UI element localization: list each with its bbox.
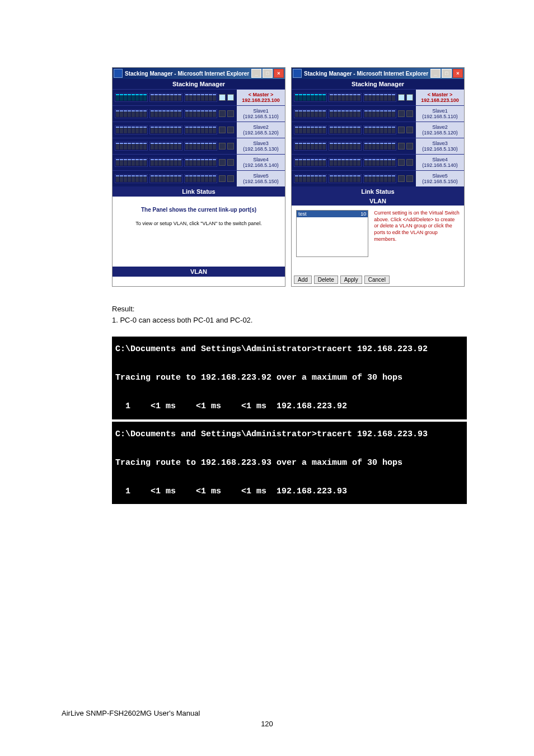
port[interactable] xyxy=(205,127,208,133)
port[interactable] xyxy=(318,159,322,166)
port[interactable] xyxy=(154,143,158,150)
port[interactable] xyxy=(345,127,349,133)
port[interactable] xyxy=(315,159,318,166)
port[interactable] xyxy=(341,110,345,117)
switch-panel[interactable] xyxy=(292,106,415,122)
port[interactable] xyxy=(295,143,298,150)
port[interactable] xyxy=(139,175,143,182)
port[interactable] xyxy=(166,175,170,182)
port[interactable] xyxy=(201,175,204,182)
port[interactable] xyxy=(388,94,391,101)
port[interactable] xyxy=(151,159,154,166)
port[interactable] xyxy=(166,127,170,133)
port[interactable] xyxy=(162,143,166,150)
port[interactable] xyxy=(376,127,380,133)
port[interactable] xyxy=(341,127,345,133)
port[interactable] xyxy=(303,143,306,150)
switch-panel[interactable] xyxy=(292,122,415,138)
port[interactable] xyxy=(357,94,360,101)
port[interactable] xyxy=(315,127,318,133)
switch-panel[interactable] xyxy=(292,171,415,186)
port[interactable] xyxy=(392,127,395,133)
uplink-port-2[interactable] xyxy=(406,110,413,117)
port[interactable] xyxy=(307,94,310,101)
port[interactable] xyxy=(353,175,357,182)
uplink-port-2[interactable] xyxy=(227,110,234,117)
port[interactable] xyxy=(307,159,310,166)
port[interactable] xyxy=(189,110,193,117)
port[interactable] xyxy=(185,159,189,166)
port[interactable] xyxy=(174,127,177,133)
port[interactable] xyxy=(376,159,380,166)
port[interactable] xyxy=(193,143,196,150)
port-group[interactable] xyxy=(329,174,362,183)
port[interactable] xyxy=(380,175,383,182)
port[interactable] xyxy=(372,159,376,166)
port-group[interactable] xyxy=(329,125,362,134)
port-group[interactable] xyxy=(363,174,396,183)
port[interactable] xyxy=(143,143,147,150)
port[interactable] xyxy=(338,110,341,117)
port[interactable] xyxy=(330,94,333,101)
port[interactable] xyxy=(213,110,216,117)
port[interactable] xyxy=(128,159,131,166)
port[interactable] xyxy=(178,175,181,182)
port[interactable] xyxy=(345,143,349,150)
uplink-port-1[interactable] xyxy=(398,94,405,101)
port-group[interactable] xyxy=(149,125,182,134)
port[interactable] xyxy=(330,127,333,133)
port[interactable] xyxy=(357,127,360,133)
port[interactable] xyxy=(209,159,212,166)
port-group[interactable] xyxy=(115,109,148,118)
uplink-port-1[interactable] xyxy=(219,175,226,182)
port[interactable] xyxy=(384,94,387,101)
port[interactable] xyxy=(299,143,302,150)
port[interactable] xyxy=(205,94,208,101)
port[interactable] xyxy=(315,143,318,150)
port[interactable] xyxy=(295,110,298,117)
uplink-port-1[interactable] xyxy=(219,159,226,166)
port[interactable] xyxy=(166,94,170,101)
port[interactable] xyxy=(158,159,162,166)
port[interactable] xyxy=(318,143,322,150)
port[interactable] xyxy=(368,159,372,166)
port[interactable] xyxy=(349,175,353,182)
add-button[interactable]: Add xyxy=(294,276,312,284)
port[interactable] xyxy=(341,143,345,150)
port[interactable] xyxy=(205,110,208,117)
port[interactable] xyxy=(178,159,181,166)
port[interactable] xyxy=(345,175,349,182)
port-group[interactable] xyxy=(294,174,327,183)
port[interactable] xyxy=(341,159,345,166)
port[interactable] xyxy=(334,94,337,101)
switch-panel[interactable] xyxy=(113,155,236,170)
uplink-port-1[interactable] xyxy=(398,110,405,117)
uplink-port-2[interactable] xyxy=(227,127,234,133)
maximize-button[interactable]: □ xyxy=(442,69,452,78)
port-group[interactable] xyxy=(329,109,362,118)
port[interactable] xyxy=(209,127,212,133)
switch-panel[interactable] xyxy=(113,138,236,154)
port[interactable] xyxy=(295,94,298,101)
port[interactable] xyxy=(338,159,341,166)
port[interactable] xyxy=(178,127,181,133)
port[interactable] xyxy=(124,159,127,166)
port[interactable] xyxy=(311,159,314,166)
slave-label[interactable]: Slave5(192.168.5.150) xyxy=(415,171,464,186)
port[interactable] xyxy=(213,175,216,182)
port[interactable] xyxy=(128,94,131,101)
port[interactable] xyxy=(124,175,127,182)
port[interactable] xyxy=(368,110,372,117)
port[interactable] xyxy=(303,127,306,133)
uplink-port-2[interactable] xyxy=(227,159,234,166)
port[interactable] xyxy=(174,94,177,101)
port[interactable] xyxy=(201,110,204,117)
port[interactable] xyxy=(201,127,204,133)
port[interactable] xyxy=(201,159,204,166)
switch-panel[interactable] xyxy=(292,90,415,105)
port[interactable] xyxy=(170,159,174,166)
port[interactable] xyxy=(135,143,139,150)
close-button[interactable]: × xyxy=(453,69,463,78)
port[interactable] xyxy=(132,94,135,101)
port[interactable] xyxy=(311,143,314,150)
